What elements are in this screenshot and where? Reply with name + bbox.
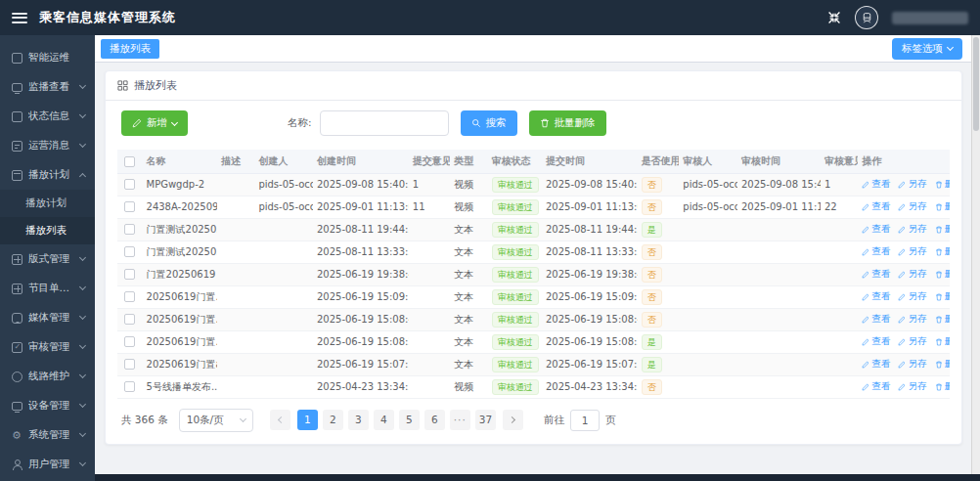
sidebar-item[interactable]: 播放列表 — [0, 217, 95, 244]
view-link[interactable]: 查看 — [862, 245, 890, 258]
cell-description — [217, 285, 254, 308]
row-checkbox[interactable] — [124, 336, 135, 347]
delete-link[interactable]: 删除 — [935, 335, 950, 348]
hamburger-menu-icon[interactable] — [12, 13, 27, 23]
sidebar-item[interactable]: 播放计划 — [0, 160, 95, 190]
sidebar-item[interactable]: 播放计划 — [0, 190, 95, 217]
save-as-link[interactable]: 另存 — [898, 268, 926, 281]
next-page-button[interactable] — [503, 410, 523, 430]
sidebar-item[interactable]: 系统管理 — [0, 420, 95, 450]
sidebar-item[interactable]: 智能运维 — [0, 43, 95, 72]
row-checkbox[interactable] — [124, 269, 135, 280]
row-checkbox[interactable] — [124, 246, 135, 257]
pen-icon — [862, 271, 869, 279]
delete-link[interactable]: 删除 — [935, 313, 950, 326]
row-checkbox[interactable] — [124, 381, 135, 392]
cell-creator — [254, 353, 313, 375]
page-button[interactable]: 1 — [297, 410, 318, 430]
delete-link[interactable]: 删除 — [935, 200, 950, 213]
trash-icon — [935, 181, 943, 189]
page-button[interactable]: 6 — [424, 410, 445, 430]
cell-submit-time: 2025-06-19 15:07:53 — [542, 353, 638, 375]
view-link[interactable]: 查看 — [862, 313, 890, 326]
sidebar-item[interactable]: 设备管理 — [0, 391, 95, 420]
chevron-icon — [79, 141, 86, 148]
chevron-icon — [79, 82, 86, 89]
delete-link[interactable]: 删除 — [935, 290, 950, 303]
sidebar-item[interactable]: 节目单管理 — [0, 274, 95, 303]
sidebar-item[interactable]: 线路维护 — [0, 362, 95, 391]
view-link[interactable]: 查看 — [862, 223, 890, 236]
goto-page-input[interactable] — [570, 410, 600, 431]
pen-icon — [862, 361, 869, 369]
grid-icon — [117, 80, 128, 91]
trash-icon — [935, 383, 943, 391]
cell-audit-opinion — [821, 330, 858, 353]
row-checkbox[interactable] — [124, 359, 135, 370]
delete-link[interactable]: 删除 — [935, 245, 950, 258]
save-as-link[interactable]: 另存 — [898, 223, 926, 236]
cell-submit-opinion — [409, 263, 451, 285]
cell-created-time: 2025-06-19 15:08:46 — [313, 308, 409, 330]
page-button[interactable]: 5 — [399, 410, 420, 430]
row-checkbox[interactable] — [124, 224, 135, 235]
page-button[interactable]: 4 — [374, 410, 394, 430]
save-as-link[interactable]: 另存 — [898, 313, 926, 326]
save-as-link[interactable]: 另存 — [898, 335, 926, 348]
name-search-input[interactable] — [320, 110, 449, 136]
page-button[interactable]: 3 — [348, 410, 369, 430]
save-as-link[interactable]: 另存 — [898, 290, 926, 303]
layout-icon — [12, 254, 22, 265]
batch-delete-button[interactable]: 批量删除 — [529, 110, 606, 136]
cell-auditor — [679, 330, 737, 353]
row-checkbox[interactable] — [124, 179, 135, 190]
delete-link[interactable]: 删除 — [935, 178, 950, 191]
row-checkbox[interactable] — [124, 314, 135, 325]
user-avatar[interactable] — [855, 6, 878, 29]
scrollbar-thumb[interactable] — [973, 37, 979, 131]
save-as-link[interactable]: 另存 — [898, 178, 926, 191]
delete-link[interactable]: 删除 — [935, 268, 950, 281]
save-as-link[interactable]: 另存 — [898, 200, 926, 213]
view-link[interactable]: 查看 — [862, 335, 890, 348]
view-link[interactable]: 查看 — [862, 268, 890, 281]
delete-link[interactable]: 删除 — [935, 223, 950, 236]
sidebar-item[interactable]: 媒体管理 — [0, 303, 95, 332]
table-row: 20250619门置a... 2025-06-19 15:07:53 文本 审核… — [117, 353, 950, 375]
sidebar-item[interactable]: 状态信息 — [0, 102, 95, 131]
sidebar-item[interactable]: 运营消息 — [0, 131, 95, 160]
prev-page-button[interactable] — [270, 410, 290, 430]
page-button[interactable]: 37 — [475, 410, 496, 430]
tag-options-button[interactable]: 标签选项 — [892, 38, 962, 60]
sidebar-item[interactable]: 用户管理 — [0, 450, 95, 479]
view-link[interactable]: 查看 — [862, 358, 890, 371]
add-button[interactable]: 新增 — [121, 110, 188, 136]
sidebar-item[interactable]: 版式管理 — [0, 244, 95, 274]
sidebar-item[interactable]: 审核管理 — [0, 332, 95, 362]
view-link[interactable]: 查看 — [862, 178, 890, 191]
save-as-link[interactable]: 另存 — [898, 358, 926, 371]
page-button[interactable]: 2 — [323, 410, 343, 430]
view-link[interactable]: 查看 — [862, 290, 890, 303]
exit-fullscreen-icon[interactable] — [827, 11, 841, 24]
tab-play-list[interactable]: 播放列表 — [101, 39, 159, 59]
delete-link[interactable]: 删除 — [935, 358, 950, 371]
delete-link[interactable]: 删除 — [935, 380, 950, 393]
page-size-select[interactable]: 10条/页 — [179, 409, 253, 432]
select-all-checkbox[interactable] — [124, 156, 135, 167]
view-link[interactable]: 查看 — [862, 200, 890, 213]
save-as-link[interactable]: 另存 — [898, 380, 926, 393]
page-button[interactable]: ··· — [450, 410, 470, 430]
row-checkbox[interactable] — [124, 291, 135, 302]
app-title: 乘客信息媒体管理系统 — [39, 9, 176, 26]
cell-auditor: pids-05-occ — [679, 173, 737, 196]
save-as-link[interactable]: 另存 — [898, 245, 926, 258]
view-link[interactable]: 查看 — [862, 380, 890, 393]
row-checkbox[interactable] — [124, 201, 135, 212]
sidebar-item[interactable]: 监播查看 — [0, 72, 95, 102]
vertical-scrollbar[interactable] — [971, 35, 980, 474]
audit-status-badge: 审核通过 — [492, 357, 539, 372]
search-button[interactable]: 搜索 — [461, 110, 517, 136]
cell-audit-opinion — [821, 218, 858, 240]
username-redacted[interactable] — [892, 12, 968, 24]
